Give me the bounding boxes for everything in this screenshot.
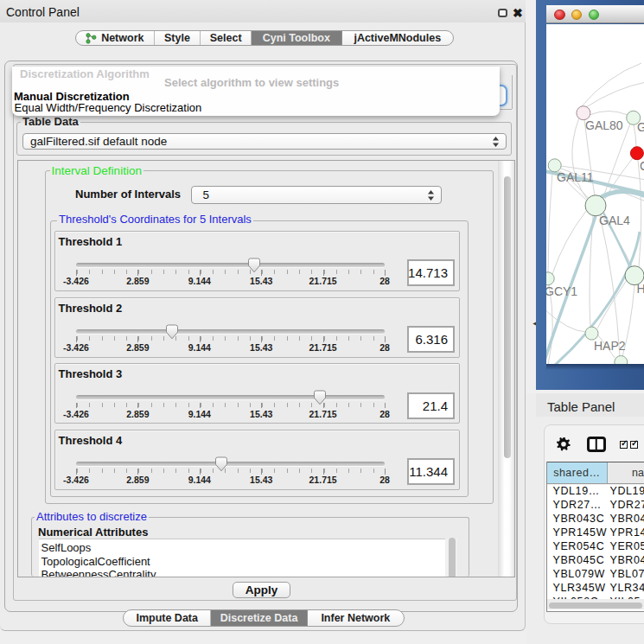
svg-text:CAT5: CAT5 <box>640 159 644 173</box>
svg-text:GAL11: GAL11 <box>557 170 594 184</box>
svg-text:GAL7: GAL7 <box>637 120 644 134</box>
svg-text:HAP4: HAP4 <box>636 282 644 296</box>
svg-text:GAL80: GAL80 <box>585 118 623 132</box>
svg-text:GAL4: GAL4 <box>599 214 630 227</box>
svg-text:GCY1: GCY1 <box>546 284 577 298</box>
svg-text:HAP2: HAP2 <box>594 339 626 353</box>
